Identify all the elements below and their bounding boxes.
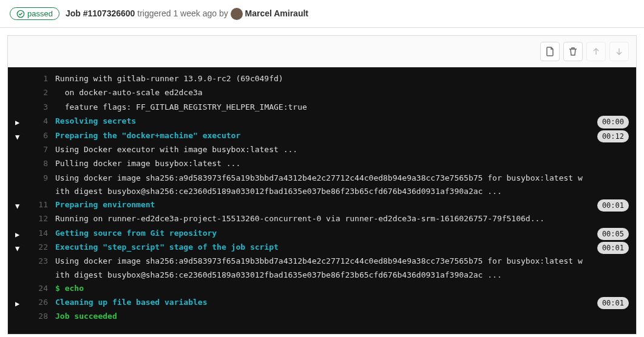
- line-number[interactable]: 11: [30, 198, 48, 212]
- line-number[interactable]: 1: [30, 72, 48, 85]
- erase-log-button[interactable]: [563, 42, 583, 61]
- section-duration: 00:05: [597, 228, 629, 240]
- status-badge: passed: [10, 7, 59, 20]
- log-content: Using Docker executor with image busybox…: [55, 143, 629, 156]
- line-number[interactable]: 9: [30, 172, 48, 185]
- log-content: Job succeeded: [55, 310, 629, 323]
- line-number[interactable]: 26: [30, 296, 48, 309]
- line-number[interactable]: 4: [30, 115, 48, 128]
- line-number[interactable]: 28: [30, 310, 48, 323]
- section-duration: 00:01: [597, 199, 629, 212]
- log-content: Running on runner-ed2dce3a-project-15513…: [55, 212, 629, 225]
- log-line: ▶3 feature flags: FF_GITLAB_REGISTRY_HEL…: [8, 101, 636, 115]
- log-content: Running with gitlab-runner 13.9.0-rc2 (6…: [55, 72, 629, 85]
- section-duration: 00:00: [597, 116, 629, 128]
- log-line: ▼11Preparing environment00:01: [8, 198, 636, 212]
- document-icon: [545, 47, 555, 56]
- log-line: ▶2 on docker-auto-scale ed2dce3a: [8, 86, 636, 100]
- log-content: Resolving secrets: [55, 115, 629, 128]
- section-duration: 00:12: [597, 130, 629, 142]
- line-number[interactable]: 6: [30, 129, 48, 142]
- avatar[interactable]: [231, 8, 243, 20]
- log-line: ▶8Pulling docker image busybox:latest ..…: [8, 157, 636, 171]
- line-number[interactable]: 14: [30, 227, 48, 240]
- arrow-up-icon: [591, 47, 601, 56]
- line-number[interactable]: 2: [30, 86, 48, 99]
- log-line: ▶7Using Docker executor with image busyb…: [8, 143, 636, 157]
- log-content: feature flags: FF_GITLAB_REGISTRY_HELPER…: [55, 101, 629, 114]
- job-title: Job #1107326600 triggered 1 week ago by …: [66, 8, 308, 20]
- log-line: ▼22Executing "step_script" stage of the …: [8, 241, 636, 255]
- log-toolbar: [7, 35, 637, 67]
- log-content: Executing "step_script" stage of the job…: [55, 241, 629, 254]
- log-content: Preparing the "docker+machine" executor: [55, 129, 629, 142]
- line-number[interactable]: 22: [30, 241, 48, 254]
- arrow-down-icon: [614, 47, 624, 56]
- log-line: ▶9Using docker image sha256:a9d583973f65…: [8, 172, 636, 198]
- chevron-right-icon[interactable]: ▶: [15, 296, 30, 310]
- chevron-down-icon[interactable]: ▼: [15, 241, 30, 255]
- log-line: ▶1Running with gitlab-runner 13.9.0-rc2 …: [8, 72, 636, 86]
- log-line: ▶24$ echo: [8, 282, 636, 296]
- line-number[interactable]: 3: [30, 101, 48, 114]
- log-line: ▶14Getting source from Git repository00:…: [8, 227, 636, 241]
- chevron-down-icon[interactable]: ▼: [15, 198, 30, 212]
- chevron-right-icon[interactable]: ▶: [15, 227, 30, 241]
- time-ago[interactable]: 1 week ago: [173, 8, 217, 18]
- line-number[interactable]: 8: [30, 157, 48, 170]
- log-content: Pulling docker image busybox:latest ...: [55, 157, 629, 170]
- chevron-right-icon[interactable]: ▶: [15, 115, 30, 128]
- trash-icon: [568, 47, 578, 56]
- log-content: on docker-auto-scale ed2dce3a: [55, 86, 629, 99]
- log-line: ▼6Preparing the "docker+machine" executo…: [8, 129, 636, 143]
- log-content: Preparing environment: [55, 198, 629, 212]
- check-circle-icon: [16, 10, 25, 18]
- log-content: Using docker image sha256:a9d583973f65a1…: [55, 172, 629, 198]
- log-content: Getting source from Git repository: [55, 227, 629, 240]
- log-line: ▶4Resolving secrets00:00: [8, 115, 636, 128]
- log-content: Using docker image sha256:a9d583973f65a1…: [55, 255, 629, 281]
- line-number[interactable]: 24: [30, 282, 48, 295]
- section-duration: 00:01: [597, 297, 629, 309]
- log-content: Cleaning up file based variables: [55, 296, 629, 309]
- status-label: passed: [27, 9, 53, 18]
- author-link[interactable]: Marcel Amirault: [245, 8, 308, 18]
- chevron-down-icon[interactable]: ▼: [15, 129, 30, 143]
- job-header: passed Job #1107326600 triggered 1 week …: [0, 0, 644, 28]
- section-duration: 00:01: [597, 242, 629, 254]
- log-line: ▶26Cleaning up file based variables00:01: [8, 296, 636, 310]
- scroll-up-button[interactable]: [586, 42, 606, 61]
- log-line: ▶28Job succeeded: [8, 310, 636, 324]
- line-number[interactable]: 7: [30, 143, 48, 156]
- raw-log-button[interactable]: [540, 42, 560, 61]
- line-number[interactable]: 23: [30, 255, 48, 268]
- line-number[interactable]: 12: [30, 212, 48, 225]
- log-line: ▶23Using docker image sha256:a9d583973f6…: [8, 255, 636, 281]
- log-line: ▶12Running on runner-ed2dce3a-project-15…: [8, 212, 636, 226]
- log-content: $ echo: [55, 282, 629, 295]
- job-log: ▶1Running with gitlab-runner 13.9.0-rc2 …: [7, 67, 637, 335]
- scroll-down-button[interactable]: [609, 42, 629, 61]
